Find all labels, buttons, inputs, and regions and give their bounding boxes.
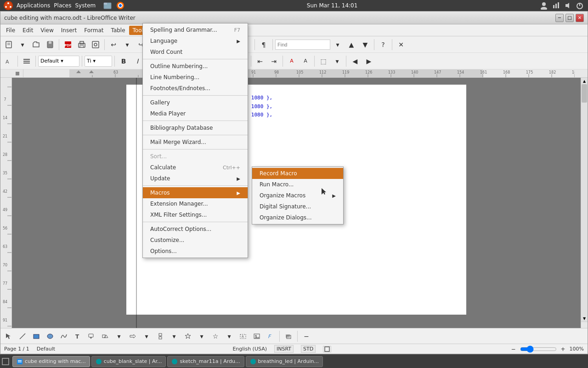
find-next-btn[interactable]: ▼ — [359, 38, 372, 51]
menu-mail-merge[interactable]: Mail Merge Wizard... — [143, 137, 248, 148]
font-name-dropdown[interactable]: Ti ▾ — [85, 56, 112, 67]
menu-language[interactable]: Language ▶ — [143, 35, 248, 46]
menu-calculate[interactable]: Calculate Ctrl++ — [143, 162, 248, 173]
menu-autocorrect[interactable]: AutoCorrect Options... — [143, 224, 248, 235]
taskbar-show-desktop-btn[interactable] — [2, 358, 9, 365]
new-dropdown-btn[interactable]: ▾ — [16, 38, 29, 51]
freeform-btn[interactable] — [57, 330, 70, 343]
nav-next-btn[interactable]: ▶ — [362, 55, 375, 68]
maximize-button[interactable]: □ — [565, 14, 574, 22]
styles-btn[interactable]: A — [2, 55, 15, 68]
more-styles-btn[interactable] — [20, 55, 33, 68]
menu-spelling[interactable]: Spelling and Grammar... F7 — [143, 24, 248, 35]
vertical-scrollbar[interactable]: ▲ ▼ — [581, 78, 588, 328]
paragraph-style-dropdown[interactable]: Default ▾ — [38, 56, 79, 67]
export-pdf-btn[interactable]: PDF — [62, 38, 74, 51]
para-spacing-dropdown-btn[interactable]: ▾ — [331, 55, 344, 68]
save-btn[interactable] — [44, 38, 57, 51]
find-prev-btn[interactable]: ▲ — [345, 38, 358, 51]
menu-record-macro[interactable]: Record Macro — [252, 168, 343, 179]
scroll-thumb[interactable] — [582, 84, 587, 103]
filemanager-icon[interactable] — [103, 1, 112, 10]
rect-tool-btn[interactable] — [30, 330, 43, 343]
text-tool-btn[interactable]: T — [71, 330, 84, 343]
taskbar-item-writer[interactable]: cube editing with mac... — [12, 356, 90, 367]
print-preview-btn[interactable] — [89, 38, 102, 51]
taskbar-item-arduino3[interactable]: breathing_led | Arduin... — [246, 356, 323, 367]
sidebar-close-btn[interactable]: ✕ — [395, 38, 407, 51]
layout-toggle-btn[interactable] — [323, 346, 331, 352]
menu-file[interactable]: File — [2, 26, 19, 35]
stars-btn[interactable] — [181, 330, 194, 343]
block-arrows-btn[interactable] — [126, 330, 139, 343]
symbol-shapes-btn[interactable]: ☆ — [209, 330, 222, 343]
menu-digital-signature[interactable]: Digital Signature... — [252, 201, 343, 212]
menu-view[interactable]: View — [37, 26, 57, 35]
insert-image-btn[interactable] — [250, 330, 263, 343]
basic-shapes-btn[interactable] — [99, 330, 112, 343]
find-input[interactable] — [275, 40, 330, 50]
stars-dropdown-btn[interactable]: ▾ — [195, 330, 208, 343]
new-btn[interactable] — [2, 38, 15, 51]
undo-dropdown-btn[interactable]: ▾ — [121, 38, 134, 51]
zoom-out-status-btn[interactable]: − — [509, 345, 518, 354]
menu-extension-manager[interactable]: Extension Manager... — [143, 198, 248, 209]
zoom-out-btn[interactable]: − — [300, 330, 313, 343]
shadow-btn[interactable] — [282, 330, 295, 343]
bold-btn[interactable]: B — [117, 55, 130, 68]
print-btn[interactable] — [75, 38, 88, 51]
menu-xml-filter[interactable]: XML Filter Settings... — [143, 209, 248, 220]
menu-organize-dialogs[interactable]: Organize Dialogs... — [252, 212, 343, 223]
undo-btn[interactable]: ↩ — [107, 38, 120, 51]
italic-btn[interactable]: I — [131, 55, 144, 68]
menu-insert[interactable]: Insert — [57, 26, 80, 35]
fontwork-btn[interactable]: F — [264, 330, 277, 343]
menu-update[interactable]: Update ▶ — [143, 173, 248, 184]
help-btn[interactable]: ? — [377, 38, 390, 51]
menu-run-macro[interactable]: Run Macro... — [252, 179, 343, 190]
applications-menu[interactable]: Applications — [17, 2, 50, 9]
ellipse-tool-btn[interactable] — [44, 330, 57, 343]
menu-customize[interactable]: Customize... — [143, 235, 248, 246]
line-tool-btn[interactable] — [16, 330, 29, 343]
increase-indent-btn[interactable]: ⇥ — [267, 55, 280, 68]
menu-line-numbering[interactable]: Line Numbering... — [143, 72, 248, 83]
menu-gallery[interactable]: Gallery — [143, 97, 248, 108]
decrease-indent-btn[interactable]: ⇤ — [254, 55, 266, 68]
system-menu[interactable]: System — [75, 2, 96, 9]
callout-btn[interactable] — [85, 330, 98, 343]
menu-outline-numbering[interactable]: Outline Numbering... — [143, 61, 248, 72]
menu-options[interactable]: Options... — [143, 246, 248, 257]
nav-prev-btn[interactable]: ◀ — [349, 55, 362, 68]
block-arrows-dropdown-btn[interactable]: ▾ — [140, 330, 153, 343]
select-tool-btn[interactable] — [2, 330, 15, 343]
firefox-icon[interactable] — [116, 1, 125, 10]
taskbar-item-arduino1[interactable]: cube_blank_slate | Ar... — [91, 356, 166, 367]
menu-macros[interactable]: Macros ▶ — [143, 187, 248, 198]
ubuntu-logo-icon[interactable] — [4, 1, 13, 10]
open-btn[interactable] — [30, 38, 43, 51]
flowchart-btn[interactable] — [154, 330, 167, 343]
menu-bibliography[interactable]: Bibliography Database — [143, 122, 248, 133]
menu-organize-macros[interactable]: Organize Macros ▶ — [252, 190, 343, 201]
highlight-color-btn[interactable]: A — [285, 55, 298, 68]
taskbar-item-arduino2[interactable]: sketch_mar11a | Ardu... — [167, 356, 244, 367]
font-color-btn[interactable]: A — [299, 55, 312, 68]
find-dropdown-btn[interactable]: ▾ — [331, 38, 344, 51]
text-box-btn[interactable]: A — [237, 330, 249, 343]
places-menu[interactable]: Places — [54, 2, 71, 9]
zoom-slider[interactable] — [520, 347, 557, 351]
flowchart-dropdown-btn[interactable]: ▾ — [168, 330, 181, 343]
menu-media-player[interactable]: Media Player — [143, 108, 248, 119]
menu-format[interactable]: Format — [80, 26, 107, 35]
para-spacing-btn[interactable]: ⬚ — [317, 55, 330, 68]
shapes-dropdown-btn[interactable]: ▾ — [113, 330, 125, 343]
menu-table[interactable]: Table — [107, 26, 129, 35]
menu-edit[interactable]: Edit — [19, 26, 37, 35]
symbol-dropdown-btn[interactable]: ▾ — [223, 330, 236, 343]
zoom-in-status-btn[interactable]: + — [559, 345, 568, 354]
minimize-button[interactable]: − — [555, 14, 564, 22]
close-button[interactable]: ✕ — [576, 14, 584, 22]
scroll-down-btn[interactable]: ▼ — [581, 315, 588, 322]
menu-footnotes[interactable]: Footnotes/Endnotes... — [143, 83, 248, 94]
